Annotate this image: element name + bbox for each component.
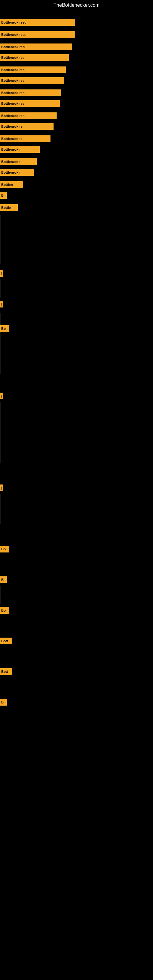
bottleneck-bar: B <box>0 192 7 199</box>
vertical-line <box>1 215 1 264</box>
bottleneck-bar: Bottleneck r <box>0 158 37 165</box>
bottleneck-bar: Bottle <box>0 204 18 211</box>
bottleneck-bar: Bottleneck resu <box>0 43 72 50</box>
bottleneck-bar: Bottleneck res <box>0 54 69 61</box>
bottleneck-bar: Bottleneck resu <box>0 19 75 26</box>
site-title: TheBottlenecker.com <box>0 0 153 10</box>
bottleneck-bar: Bo <box>0 546 9 552</box>
bottleneck-bar: Bottleneck res <box>0 67 66 73</box>
vertical-line <box>1 313 1 374</box>
bottleneck-bar: Bo <box>0 607 9 614</box>
bottleneck-bar: Bott <box>0 638 12 644</box>
vertical-line <box>1 585 1 604</box>
bottleneck-bar: B <box>0 576 7 583</box>
bottleneck-bar: Bottleneck re <box>0 135 51 142</box>
vertical-line <box>1 402 1 463</box>
vertical-line <box>1 279 1 298</box>
bottleneck-bar: Bottleneck res <box>0 77 64 84</box>
bottleneck-bar: Bottleneck res <box>0 89 61 96</box>
bottleneck-bar: | <box>0 485 3 491</box>
bottleneck-bar: Bottleneck res <box>0 100 60 107</box>
bottleneck-bar: Bottleneck r <box>0 146 40 153</box>
bottleneck-bar: Bottleneck resu <box>0 31 75 38</box>
bottleneck-bar: Bottleneck re <box>0 123 54 130</box>
bottleneck-bar: | <box>0 270 3 277</box>
bottleneck-bar: Bottlen <box>0 181 23 188</box>
bottleneck-bar: Bottleneck res <box>0 112 57 119</box>
bottleneck-bar: Bo <box>0 325 9 332</box>
bottleneck-bar: Bottleneck r <box>0 169 33 176</box>
vertical-line <box>1 494 1 524</box>
bottleneck-bar: | <box>0 393 3 399</box>
bottleneck-bar: B <box>0 699 7 706</box>
bottleneck-bar: | <box>0 301 3 307</box>
bottleneck-bar: Bott <box>0 668 12 675</box>
